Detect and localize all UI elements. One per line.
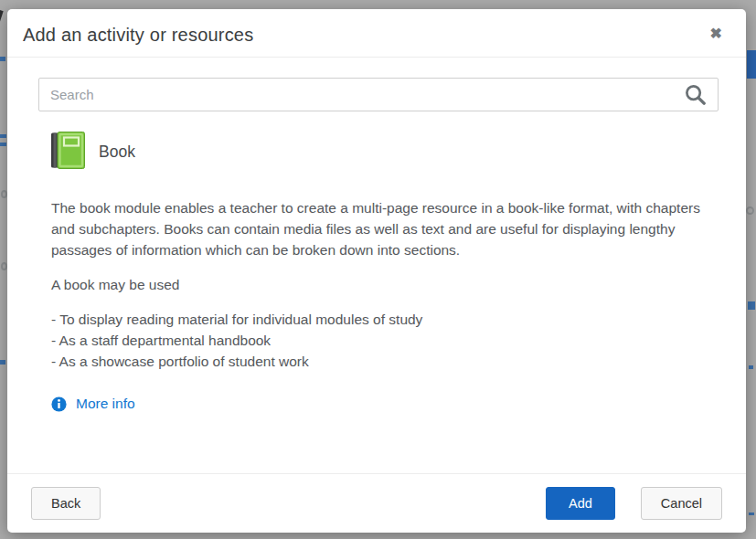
background-logo-fragment — [0, 9, 4, 53]
background-fragment — [0, 134, 6, 138]
background-fragment — [0, 143, 6, 146]
search-bar — [38, 78, 719, 111]
module-detail: Book The book module enables a teacher t… — [38, 111, 719, 416]
search-input[interactable] — [38, 78, 719, 111]
description-paragraph: The book module enables a teacher to cre… — [51, 197, 711, 260]
modal-body: Book The book module enables a teacher t… — [7, 58, 746, 473]
add-activity-modal: Add an activity or resources ✖ — [7, 9, 746, 533]
background-button-fragment — [747, 50, 756, 79]
modal-title: Add an activity or resources — [23, 25, 253, 46]
background-fragment — [749, 365, 753, 369]
module-description: The book module enables a teacher to cre… — [51, 197, 711, 372]
background-fragment — [0, 360, 5, 365]
use-item: - To display reading material for indivi… — [51, 309, 711, 330]
more-info-label: More info — [76, 396, 135, 412]
back-button[interactable]: Back — [31, 487, 101, 520]
use-item: - As a showcase portfolio of student wor… — [51, 351, 711, 372]
background-fragment — [749, 513, 754, 515]
modal-footer: Back Add Cancel — [7, 473, 746, 533]
info-circle-icon — [51, 396, 67, 412]
modal-header: Add an activity or resources ✖ — [7, 9, 746, 58]
more-info-link[interactable]: More info — [51, 396, 135, 412]
background-fragment — [746, 206, 754, 215]
book-icon — [51, 132, 85, 173]
cancel-button[interactable]: Cancel — [641, 487, 722, 520]
use-item: - As a staff departmental handbook — [51, 330, 711, 351]
close-icon[interactable]: ✖ — [707, 25, 726, 43]
background-fragment — [748, 301, 755, 310]
background-fragment — [1, 262, 7, 270]
background-fragment — [0, 57, 5, 61]
module-heading: Book — [51, 132, 711, 173]
module-name: Book — [99, 143, 135, 162]
uses-list: - To display reading material for indivi… — [51, 309, 711, 372]
background-fragment — [1, 190, 7, 198]
add-button[interactable]: Add — [546, 487, 615, 520]
usage-intro: A book may be used — [51, 274, 711, 295]
